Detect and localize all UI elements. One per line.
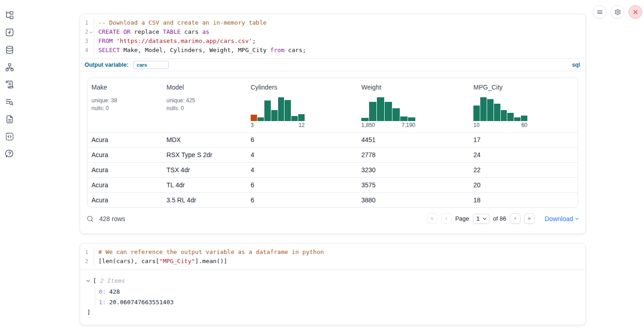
column-histogram[interactable]: 312 bbox=[251, 97, 305, 128]
axis-min-label: 10 bbox=[473, 122, 479, 128]
scratchpad-icon[interactable] bbox=[5, 79, 15, 90]
tree-key: 1: bbox=[99, 299, 106, 306]
axis-max-label: 60 bbox=[521, 122, 527, 128]
language-badge[interactable]: sql bbox=[572, 62, 580, 68]
code-text: [len(cars), cars["MPG_City"].mean()] bbox=[94, 257, 227, 266]
histogram-bar bbox=[377, 97, 384, 121]
column-stats: unique: 38nulls: 0 bbox=[91, 97, 163, 112]
axis-min-label: 1,850 bbox=[361, 122, 375, 128]
code-line[interactable]: 1# We can reference the output variable … bbox=[80, 248, 585, 257]
column-label[interactable]: MPG_City bbox=[473, 84, 578, 91]
line-number: 2 bbox=[80, 257, 88, 266]
code-text: CREATE OR replace TABLE cars as bbox=[94, 27, 209, 37]
line-number: 4 bbox=[80, 46, 88, 55]
histogram-bar bbox=[385, 102, 392, 121]
histogram-bars bbox=[473, 97, 527, 121]
code-token: SELECT bbox=[98, 47, 120, 53]
code-line[interactable]: 3FROM 'https://datasets.marimo.app/cars.… bbox=[80, 37, 585, 46]
search-icon[interactable] bbox=[86, 215, 94, 222]
column-label[interactable]: Model bbox=[166, 84, 247, 91]
table-cell: 17 bbox=[470, 136, 578, 143]
table-row[interactable]: AcuraTL 4dr6357520 bbox=[88, 177, 578, 192]
collapse-icon[interactable] bbox=[87, 280, 93, 281]
top-right-controls bbox=[593, 5, 642, 19]
code-text: FROM 'https://datasets.marimo.app/cars.c… bbox=[94, 37, 256, 46]
line-number: 1 bbox=[80, 18, 88, 27]
last-page-button[interactable]: » bbox=[524, 213, 535, 224]
fold-chevron-icon[interactable] bbox=[88, 27, 94, 37]
code-line[interactable]: 4SELECT Make, Model, Cylinders, Weight, … bbox=[80, 46, 585, 55]
output-variable-input[interactable] bbox=[133, 61, 169, 69]
column-header-mpg_city: MPG_City1060 bbox=[470, 84, 578, 128]
close-bracket: ] bbox=[87, 308, 578, 317]
first-page-button[interactable]: « bbox=[427, 213, 437, 224]
sql-cell: 1-- Download a CSV and create an in-memo… bbox=[80, 14, 586, 234]
shutdown-button[interactable] bbox=[628, 5, 642, 19]
sql-code-editor[interactable]: 1-- Download a CSV and create an in-memo… bbox=[80, 14, 585, 58]
histogram-bars bbox=[251, 97, 305, 121]
histogram-bar bbox=[291, 116, 298, 121]
code-token: as bbox=[202, 28, 209, 35]
function-icon[interactable] bbox=[5, 27, 15, 37]
fold-spacer bbox=[88, 37, 94, 46]
page-select[interactable]: 1 bbox=[473, 214, 489, 224]
table-cell: Acura bbox=[88, 151, 163, 159]
column-header-make: Makeunique: 38nulls: 0 bbox=[88, 84, 163, 128]
axis-max-label: 12 bbox=[299, 122, 305, 128]
axis-min-label: 3 bbox=[251, 122, 254, 128]
histogram-bar bbox=[487, 99, 494, 121]
prev-page-button[interactable]: ‹ bbox=[441, 213, 451, 224]
table-row[interactable]: AcuraMDX6445117 bbox=[88, 132, 578, 147]
snippets-icon[interactable] bbox=[5, 132, 15, 142]
next-page-button[interactable]: › bbox=[510, 213, 521, 224]
code-line[interactable]: 1-- Download a CSV and create an in-memo… bbox=[80, 18, 585, 27]
help-icon[interactable] bbox=[5, 149, 15, 159]
logs-icon[interactable] bbox=[5, 97, 15, 107]
table-cell: RSX Type S 2dr bbox=[163, 151, 247, 159]
page-total: of 86 bbox=[493, 215, 506, 222]
code-token: ; bbox=[252, 37, 256, 44]
documentation-icon[interactable] bbox=[5, 114, 15, 124]
code-token: "MPG_City" bbox=[159, 258, 195, 264]
settings-button[interactable] bbox=[611, 5, 624, 19]
table-cell: 3575 bbox=[358, 181, 470, 189]
table-cell: Acura bbox=[88, 196, 163, 204]
histogram-axis: 1,8507,190 bbox=[361, 122, 415, 128]
code-line[interactable]: 2CREATE OR replace TABLE cars as bbox=[80, 27, 585, 37]
column-histogram[interactable]: 1060 bbox=[473, 97, 527, 128]
column-label[interactable]: Make bbox=[91, 84, 163, 91]
histogram-bar bbox=[258, 117, 264, 121]
table-cell: 4451 bbox=[358, 136, 470, 143]
table-cell: Acura bbox=[88, 166, 163, 174]
table-row[interactable]: AcuraTSX 4dr4323022 bbox=[88, 162, 578, 177]
tree-value: 20.060747663551403 bbox=[109, 299, 174, 306]
table-body: AcuraMDX6445117AcuraRSX Type S 2dr427782… bbox=[88, 132, 578, 207]
histogram-bar bbox=[284, 100, 291, 121]
python-code-editor[interactable]: 1# We can reference the output variable … bbox=[80, 243, 585, 270]
database-icon[interactable] bbox=[5, 45, 15, 55]
page-label: Page bbox=[455, 215, 469, 222]
dependency-graph-icon[interactable] bbox=[5, 62, 15, 72]
column-histogram[interactable]: 1,8507,190 bbox=[361, 97, 415, 128]
histogram-bar bbox=[494, 104, 500, 121]
table-cell: 24 bbox=[470, 151, 578, 159]
table-cell: 6 bbox=[247, 181, 358, 189]
download-button[interactable]: Download bbox=[545, 215, 578, 222]
row-count: 428 rows bbox=[99, 215, 125, 222]
open-bracket: [ bbox=[93, 277, 97, 284]
file-tree-icon[interactable] bbox=[5, 10, 15, 20]
code-token bbox=[120, 28, 123, 35]
table-cell: 6 bbox=[247, 196, 358, 204]
code-text: SELECT Make, Model, Cylinders, Weight, M… bbox=[94, 46, 306, 55]
code-line[interactable]: 2[len(cars), cars["MPG_City"].mean()] bbox=[80, 257, 585, 266]
table-row[interactable]: Acura3.5 RL 4dr6388018 bbox=[88, 192, 578, 207]
column-label[interactable]: Cylinders bbox=[251, 84, 358, 91]
table-cell: 3.5 RL 4dr bbox=[163, 196, 247, 204]
left-sidebar bbox=[0, 0, 19, 333]
column-label[interactable]: Weight bbox=[361, 84, 470, 91]
code-token: [len(cars), cars[ bbox=[98, 258, 159, 264]
code-token: 'https://datasets.marimo.app/cars.csv' bbox=[116, 37, 252, 44]
histogram-bar bbox=[361, 118, 369, 121]
menu-button[interactable] bbox=[593, 5, 606, 19]
table-row[interactable]: AcuraRSX Type S 2dr4277824 bbox=[88, 147, 578, 162]
